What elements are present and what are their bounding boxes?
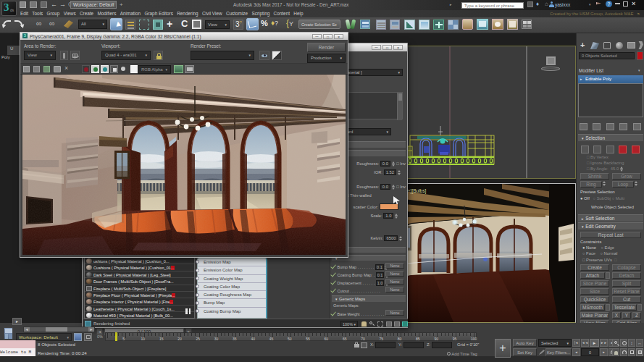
svg-text:[+][Bulbs]: [+][Bulbs] [406,188,426,194]
